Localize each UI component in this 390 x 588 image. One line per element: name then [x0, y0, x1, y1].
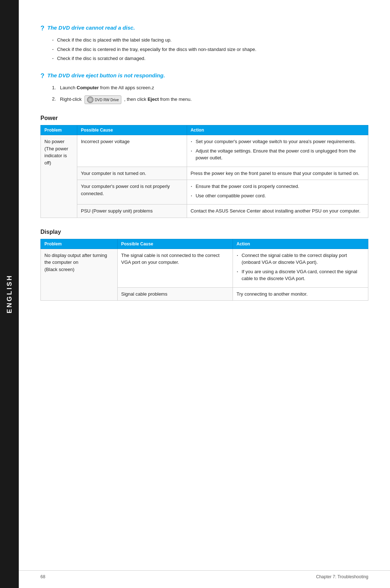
- dvd-icon-box: DVD RW Drive: [84, 95, 121, 104]
- dvd-eject-link[interactable]: The DVD drive eject button is not respon…: [47, 72, 165, 78]
- action-bullet-item: Ensure that the power cord is properly c…: [191, 183, 364, 190]
- action-bullet-item: Use other compatible power cord.: [191, 192, 364, 199]
- dvd-disc-icon: [87, 96, 94, 103]
- power-action-1: Set your computer's power voltage switch…: [187, 135, 368, 167]
- step-1: Launch Computer from the All apps screen…: [52, 84, 368, 91]
- chapter-label: Chapter 7: Troubleshooting: [316, 574, 368, 579]
- dvd-eject-steps: Launch Computer from the All apps screen…: [52, 84, 368, 104]
- display-action-2: Try connecting to another monitor.: [233, 287, 368, 301]
- dvd-icon-inline: DVD RW Drive: [84, 95, 121, 104]
- dvd-read-heading: ? The DVD drive cannot read a disc.: [40, 25, 368, 32]
- display-col-problem: Problem: [41, 239, 118, 249]
- bullet-item: Check if the disc is placed with the lab…: [52, 37, 368, 44]
- dvd-eject-heading: ? The DVD drive eject button is not resp…: [40, 72, 368, 80]
- power-col-problem: Problem: [41, 125, 77, 135]
- question-icon-1: ?: [40, 25, 44, 32]
- display-table-header: Problem Possible Cause Action: [41, 239, 368, 249]
- power-action-4: Contact the ASUS Service Center about in…: [187, 205, 368, 218]
- power-problem-cell: No power(The powerindicator is off): [41, 135, 77, 218]
- question-icon-2: ?: [40, 72, 44, 80]
- display-cause-1: The signal cable is not connected to the…: [117, 249, 233, 287]
- dvd-read-bullets: Check if the disc is placed with the lab…: [52, 37, 368, 62]
- action-bullet-item: Set your computer's power voltage switch…: [191, 138, 364, 145]
- display-table: Problem Possible Cause Action No display…: [40, 239, 368, 301]
- display-col-cause: Possible Cause: [117, 239, 233, 249]
- power-cause-2: Your computer is not turned on.: [77, 167, 187, 180]
- page-number: 68: [40, 574, 45, 579]
- power-action-2: Press the power key on the front panel t…: [187, 167, 368, 180]
- power-col-cause: Possible Cause: [77, 125, 187, 135]
- display-row-1a: No display output after turning the comp…: [41, 249, 368, 287]
- power-table: Problem Possible Cause Action No power(T…: [40, 125, 368, 218]
- power-table-header: Problem Possible Cause Action: [41, 125, 368, 135]
- bullet-item: Check if the disc is scratched or damage…: [52, 55, 368, 62]
- power-cause-3: Your computer's power cord is not proper…: [77, 180, 187, 205]
- power-row-1c: Your computer's power cord is not proper…: [41, 180, 368, 205]
- power-cause-1: Incorrect power voltage: [77, 135, 187, 167]
- dvd-read-link[interactable]: The DVD drive cannot read a disc.: [47, 25, 135, 31]
- sidebar: ENGLISH: [0, 0, 19, 588]
- dvd-label: DVD RW Drive: [95, 97, 119, 103]
- bullet-item: Check if the disc is centered in the tra…: [52, 46, 368, 53]
- power-row-1d: PSU (Power supply unit) problems Contact…: [41, 205, 368, 218]
- main-content: ? The DVD drive cannot read a disc. Chec…: [19, 0, 390, 333]
- display-action-1: Connect the signal cable to the correct …: [233, 249, 368, 287]
- power-cause-4: PSU (Power supply unit) problems: [77, 205, 187, 218]
- step1-bold: Computer: [77, 85, 99, 90]
- step-2: Right-click DVD RW Drive , then click Ej…: [52, 95, 368, 104]
- power-row-1a: No power(The powerindicator is off) Inco…: [41, 135, 368, 167]
- action-bullet-item: Adjust the voltage settings. Ensure that…: [191, 147, 364, 162]
- action-bullet-item: If you are using a discrete VGA card, co…: [237, 268, 364, 282]
- eject-bold: Eject: [148, 96, 159, 102]
- action-bullet-item: Connect the signal cable to the correct …: [237, 252, 364, 266]
- power-row-1b: Your computer is not turned on. Press th…: [41, 167, 368, 180]
- display-cause-2: Signal cable problems: [117, 287, 233, 301]
- sidebar-label: ENGLISH: [6, 274, 13, 313]
- power-col-action: Action: [187, 125, 368, 135]
- power-action-3: Ensure that the power cord is properly c…: [187, 180, 368, 205]
- power-title: Power: [40, 115, 368, 121]
- display-problem-cell: No display output after turning the comp…: [41, 249, 118, 301]
- display-title: Display: [40, 229, 368, 235]
- display-col-action: Action: [233, 239, 368, 249]
- footer: 68 Chapter 7: Troubleshooting: [19, 570, 390, 579]
